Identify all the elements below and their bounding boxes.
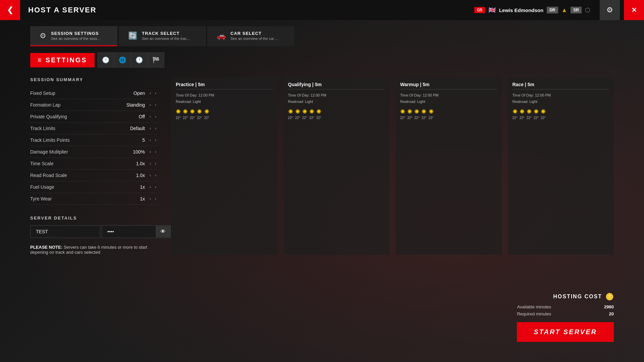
setting-label: Track Limits (30, 126, 127, 131)
cost-coins-icon: 🪙 (605, 293, 614, 301)
section-tab-timer[interactable]: 🕐 (131, 52, 148, 68)
nav-tabs: ⚙ SESSION SETTINGS See an overview of th… (0, 20, 644, 52)
sun-icon: ✺ (534, 108, 539, 115)
car-select-subtitle: See an overview of the car ... (230, 37, 278, 41)
dr-trophy-icon: ▲ (561, 7, 568, 14)
weather-temp: 22° (295, 116, 300, 120)
setting-arrows: ‹ › (148, 102, 158, 108)
game-badge: G5 (474, 7, 485, 13)
sun-icon: ✺ (527, 108, 532, 115)
session-realroad: Realroad: Light (176, 99, 273, 105)
arrow-right-button[interactable]: › (154, 114, 158, 120)
setting-value: Standing (126, 102, 145, 108)
timer-icon: 🕐 (136, 56, 143, 64)
session-settings-text: SESSION SETTINGS See an overview of the … (51, 31, 100, 41)
setting-arrows: ‹ › (148, 90, 158, 96)
arrow-right-button[interactable]: › (154, 102, 158, 108)
arrow-right-button[interactable]: › (154, 172, 158, 178)
start-server-button[interactable]: START SERVER (517, 322, 614, 342)
sun-icon: ✺ (400, 108, 405, 115)
setting-value: 100% (133, 149, 145, 155)
arrow-left-button[interactable]: ‹ (148, 184, 152, 190)
arrow-right-button[interactable]: › (154, 137, 158, 143)
arrow-left-button[interactable]: ‹ (148, 102, 152, 108)
arrow-left-button[interactable]: ‹ (148, 161, 152, 167)
tab-track-select[interactable]: 🔄 TRACK SELECT See an overview of the tr… (119, 26, 206, 46)
arrow-right-button[interactable]: › (154, 125, 158, 131)
session-card: Warmup | 5m Time Of Day: 12:00 PM Realro… (395, 77, 502, 255)
arrow-right-button[interactable]: › (154, 196, 158, 202)
setting-value: Off (139, 114, 145, 119)
user-name: Lewis Edmondson (499, 7, 544, 13)
section-tab-clock[interactable]: 🕐 (97, 52, 114, 68)
section-title: SETTINGS (46, 56, 87, 64)
back-button[interactable]: ❮ (0, 0, 20, 20)
setting-arrows: ‹ › (148, 172, 158, 178)
back-icon: ❮ (7, 6, 13, 14)
weather-temp: 22° (183, 116, 188, 120)
weather-row: ✺ 22° ✺ 22° ✺ 22° ✺ 22° ✺ 22° (176, 108, 273, 120)
setting-label: Time Scale (30, 161, 133, 166)
setting-value: 1.0x (136, 173, 145, 178)
arrow-left-button[interactable]: ‹ (148, 196, 152, 202)
setting-row: Formation Lap Standing ‹ › (30, 99, 158, 111)
password-input-wrapper: 👁 (102, 225, 171, 238)
arrow-right-button[interactable]: › (154, 149, 158, 155)
tab-session-settings[interactable]: ⚙ SESSION SETTINGS See an overview of th… (30, 26, 117, 46)
weather-cell: ✺ 22° (527, 108, 532, 120)
section-tab-globe[interactable]: 🌐 (114, 52, 131, 68)
show-password-button[interactable]: 👁 (156, 226, 170, 237)
session-realroad: Realroad: Light (400, 99, 497, 105)
setting-label: Fuel Usage (30, 184, 137, 190)
arrow-left-button[interactable]: ‹ (148, 149, 152, 155)
session-realroad: Realroad: Light (288, 99, 385, 105)
car-select-title: CAR SELECT (230, 31, 278, 36)
page-title: HOST A SERVER (20, 6, 469, 14)
weather-row: ✺ 22° ✺ 22° ✺ 22° ✺ 22° ✺ 22° (400, 108, 497, 120)
weather-cell: ✺ 22° (407, 108, 412, 120)
left-column: SESSION SUMMARY Fixed Setup Open ‹ › For… (30, 77, 158, 255)
weather-temp: 22° (421, 116, 426, 120)
arrow-right-button[interactable]: › (154, 184, 158, 190)
sun-icon: ✺ (309, 108, 314, 115)
server-inputs: 👁 (30, 225, 158, 238)
setting-arrows: ‹ › (148, 184, 158, 190)
weather-temp: 22° (513, 116, 518, 120)
server-name-input[interactable] (30, 225, 100, 238)
clock-icon: 🕐 (102, 56, 109, 64)
hosting-cost: HOSTING COST 🪙 Available minutes 2960 Re… (517, 293, 614, 342)
arrow-right-button[interactable]: › (154, 90, 158, 96)
arrow-right-button[interactable]: › (154, 161, 158, 167)
right-column: Practice | 5m Time Of Day: 12:00 PM Real… (171, 77, 614, 255)
required-minutes-label: Required minutes (517, 311, 551, 316)
sun-icon: ✺ (183, 108, 188, 115)
weather-cell: ✺ 22° (288, 108, 293, 120)
arrow-left-button[interactable]: ‹ (148, 90, 152, 96)
setting-row: Read Road Scale 1.0x ‹ › (30, 170, 158, 181)
weather-temp: 22° (527, 116, 532, 120)
setting-arrows: ‹ › (148, 161, 158, 167)
sun-icon: ✺ (520, 108, 525, 115)
setting-value: 1.0x (136, 161, 145, 166)
section-tab-flag[interactable]: 🏁 (148, 52, 164, 68)
settings-button[interactable]: ⚙ (600, 0, 620, 20)
tab-car-select[interactable]: 🚗 CAR SELECT See an overview of the car … (207, 26, 294, 46)
password-input[interactable] (102, 226, 156, 238)
settings-gear-icon: ⚙ (606, 6, 613, 14)
session-time-of-day: Time Of Day: 12:00 PM (176, 92, 273, 99)
hosting-cost-header: HOSTING COST 🪙 (517, 293, 614, 301)
flag-icon: 🇬🇧 (488, 6, 496, 14)
weather-cell: ✺ 22° (414, 108, 419, 120)
arrow-left-button[interactable]: ‹ (148, 172, 152, 178)
sun-icon: ✺ (421, 108, 426, 115)
arrow-left-button[interactable]: ‹ (148, 137, 152, 143)
sun-icon: ✺ (316, 108, 321, 115)
arrow-left-button[interactable]: ‹ (148, 114, 152, 120)
weather-temp: 22° (534, 116, 539, 120)
session-summary-title: SESSION SUMMARY (30, 77, 158, 82)
please-note-prefix: PLEASE NOTE: (30, 245, 62, 250)
sr-shield-icon: ⬡ (585, 6, 590, 14)
arrow-left-button[interactable]: ‹ (148, 125, 152, 131)
content-columns: SESSION SUMMARY Fixed Setup Open ‹ › For… (30, 77, 614, 255)
close-button[interactable]: ✕ (624, 0, 644, 20)
